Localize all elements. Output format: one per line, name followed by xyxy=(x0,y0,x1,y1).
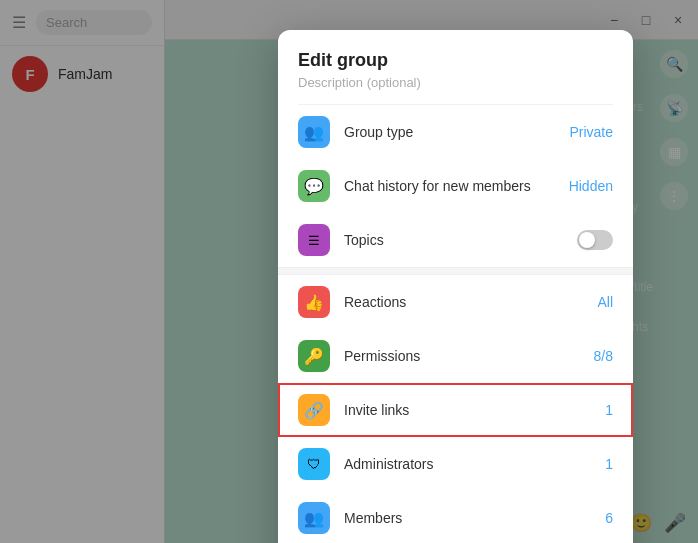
chat-history-label: Chat history for new members xyxy=(344,178,555,194)
reactions-item[interactable]: 👍 Reactions All xyxy=(278,275,633,329)
chat-history-item[interactable]: 💬 Chat history for new members Hidden xyxy=(278,159,633,213)
permissions-label: Permissions xyxy=(344,348,580,364)
topics-toggle[interactable] xyxy=(577,230,613,250)
topics-icon: ☰ xyxy=(298,224,330,256)
invite-links-item[interactable]: 🔗 Invite links 1 xyxy=(278,383,633,437)
group-type-icon: 👥 xyxy=(298,116,330,148)
reactions-icon: 👍 xyxy=(298,286,330,318)
members-item[interactable]: 👥 Members 6 xyxy=(278,491,633,543)
section-1: 👥 Group type Private 💬 Chat history for … xyxy=(278,105,633,267)
administrators-label: Administrators xyxy=(344,456,591,472)
members-icon: 👥 xyxy=(298,502,330,534)
modal-header: Edit group Description (optional) xyxy=(278,30,633,105)
permissions-value: 8/8 xyxy=(594,348,613,364)
administrators-value: 1 xyxy=(605,456,613,472)
edit-group-modal: Edit group Description (optional) 👥 Grou… xyxy=(278,30,633,543)
modal-body: 👥 Group type Private 💬 Chat history for … xyxy=(278,105,633,543)
administrators-item[interactable]: 🛡 Administrators 1 xyxy=(278,437,633,491)
toggle-knob xyxy=(579,232,595,248)
members-label: Members xyxy=(344,510,591,526)
group-type-item[interactable]: 👥 Group type Private xyxy=(278,105,633,159)
topics-label: Topics xyxy=(344,232,563,248)
administrators-icon: 🛡 xyxy=(298,448,330,480)
permissions-item[interactable]: 🔑 Permissions 8/8 xyxy=(278,329,633,383)
chat-history-value: Hidden xyxy=(569,178,613,194)
modal-title: Edit group xyxy=(298,50,613,71)
invite-links-label: Invite links xyxy=(344,402,591,418)
reactions-value: All xyxy=(597,294,613,310)
section-2: 👍 Reactions All 🔑 Permissions 8/8 🔗 Invi… xyxy=(278,275,633,543)
invite-links-value: 1 xyxy=(605,402,613,418)
modal-subtitle: Description (optional) xyxy=(298,75,613,105)
group-type-value: Private xyxy=(569,124,613,140)
permissions-icon: 🔑 xyxy=(298,340,330,372)
chat-history-icon: 💬 xyxy=(298,170,330,202)
topics-item[interactable]: ☰ Topics xyxy=(278,213,633,267)
reactions-label: Reactions xyxy=(344,294,583,310)
invite-links-icon: 🔗 xyxy=(298,394,330,426)
group-type-label: Group type xyxy=(344,124,555,140)
members-value: 6 xyxy=(605,510,613,526)
section-divider xyxy=(278,267,633,275)
